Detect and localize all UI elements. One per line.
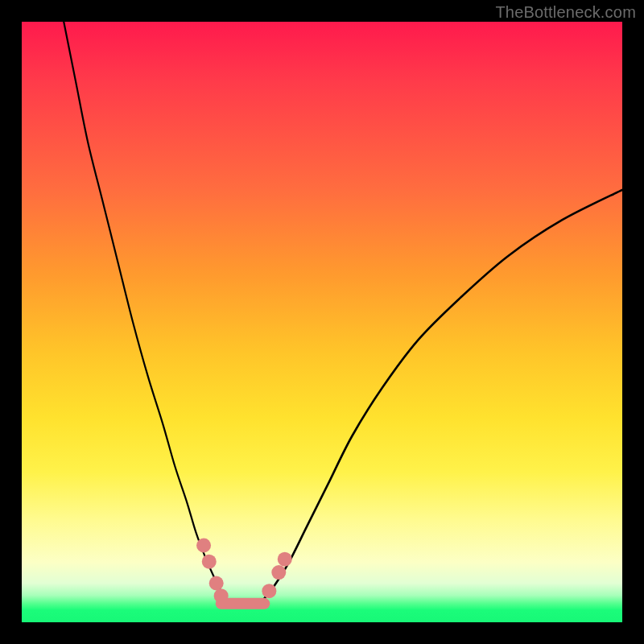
marker-dot xyxy=(278,552,292,567)
chart-stage: TheBottleneck.com xyxy=(0,0,644,644)
marker-dot xyxy=(202,555,217,569)
left-curve xyxy=(64,22,225,601)
marker-dot xyxy=(209,576,224,591)
marker-dot xyxy=(214,588,229,603)
plot-area xyxy=(22,22,622,622)
curves-svg xyxy=(22,22,622,622)
watermark-text: TheBottleneck.com xyxy=(495,3,636,22)
marker-dot xyxy=(271,565,286,580)
marker-dot xyxy=(196,539,211,553)
right-curve xyxy=(262,190,622,601)
marker-dot xyxy=(262,584,276,598)
